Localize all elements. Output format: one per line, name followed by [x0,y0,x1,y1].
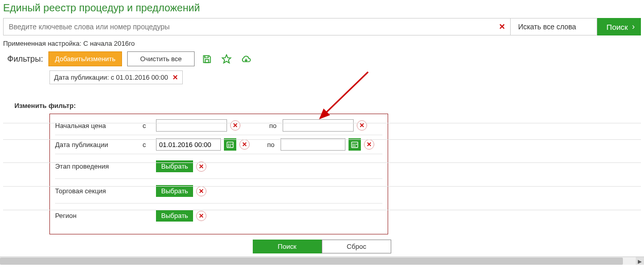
filter-chip: Дата публикации: с 01.01.2016 00:00 ✕ [49,70,183,84]
applied-setting: Примененная настройка: С начала 2016го [0,39,644,51]
svg-rect-5 [232,144,233,145]
remove-chip-icon[interactable]: ✕ [172,74,178,81]
star-icon[interactable] [219,54,234,64]
search-input-wrap: ✕ [3,18,511,35]
filter-label-stage: Этап проведения [55,162,143,170]
filter-chip-text: Дата публикации: с 01.01.2016 00:00 [54,74,168,81]
svg-rect-2 [227,142,233,148]
svg-rect-9 [353,144,354,145]
filter-row-price: Начальная цена с ✕ по ✕ [55,116,382,135]
search-bar: ✕ Искать все слова Поиск › [0,18,644,39]
scroll-right-icon[interactable]: ▶ [636,257,644,265]
filter-reset-button[interactable]: Сброс [322,240,392,253]
svg-rect-12 [353,145,354,147]
search-button-label: Поиск [606,23,628,31]
chevron-right-icon: › [632,22,635,31]
filter-search-button[interactable]: Поиск [253,240,322,253]
clear-price-to-icon[interactable]: ✕ [357,120,367,131]
save-icon[interactable] [200,54,214,64]
svg-rect-0 [205,59,209,62]
svg-rect-10 [354,144,355,145]
svg-marker-1 [222,54,231,63]
svg-rect-7 [230,145,231,147]
active-filters: Дата публикации: с 01.01.2016 00:00 ✕ [0,70,644,89]
clear-region-icon[interactable]: ✕ [196,211,206,221]
calendar-to-button[interactable] [349,138,361,151]
add-edit-filter-button[interactable]: Добавить/изменить [48,51,123,66]
filter-box: Начальная цена с ✕ по ✕ Дата публикации … [49,114,388,234]
from-label: с [143,141,153,149]
scrollbar-thumb[interactable] [0,258,623,265]
date-from-input[interactable] [156,138,221,151]
filter-row-stage: Этап проведения Выбрать ✕ [55,154,382,178]
select-region-button[interactable]: Выбрать [156,210,193,222]
svg-rect-6 [228,145,229,147]
filter-label-region: Регион [55,212,143,220]
bottom-buttons: Поиск Сброс [0,234,644,257]
svg-rect-13 [354,145,355,147]
svg-rect-8 [352,142,358,148]
svg-rect-4 [230,144,231,145]
clear-search-icon[interactable]: ✕ [499,22,506,31]
clear-price-from-icon[interactable]: ✕ [230,120,240,131]
clear-date-to-icon[interactable]: ✕ [364,139,374,150]
date-to-input[interactable] [281,138,345,151]
calendar-from-button[interactable] [224,138,236,151]
clear-section-icon[interactable]: ✕ [196,186,206,196]
filter-label-section: Торговая секция [55,187,143,195]
svg-rect-3 [228,144,229,145]
select-section-button[interactable]: Выбрать [156,185,193,197]
search-mode-select[interactable]: Искать все слова [511,18,597,35]
page-title: Единый реестр процедур и предложений [0,0,644,18]
svg-rect-11 [356,144,357,145]
filters-label: Фильтры: [7,54,43,64]
price-from-input[interactable] [156,119,227,132]
to-label: по [267,141,277,149]
filter-label-date: Дата публикации [55,141,143,149]
filters-toolbar: Фильтры: Добавить/изменить Очистить все [0,51,644,70]
cloud-download-icon[interactable] [239,54,253,64]
filter-row-date: Дата публикации с ✕ по ✕ [55,135,382,154]
edit-filter-label: Изменить фильтр: [0,89,644,114]
search-input[interactable] [3,18,511,35]
price-to-input[interactable] [283,119,354,132]
clear-all-button[interactable]: Очистить все [127,51,195,66]
clear-date-from-icon[interactable]: ✕ [239,139,250,150]
horizontal-scrollbar[interactable]: ▶ [0,257,644,265]
search-button[interactable]: Поиск › [597,18,641,35]
filter-row-region: Регион Выбрать ✕ [55,203,382,228]
filter-row-section: Торговая секция Выбрать ✕ [55,178,382,203]
